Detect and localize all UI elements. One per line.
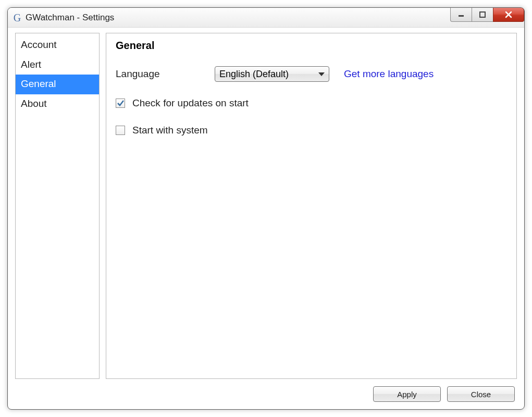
window-title: GWatchman - Settings [26, 13, 114, 23]
window-body: Account Alert General About General Lang… [8, 28, 524, 379]
window-controls [451, 8, 524, 22]
content-heading: General [116, 40, 507, 52]
check-updates-checkbox[interactable] [116, 99, 125, 108]
start-with-system-row: Start with system [116, 125, 507, 136]
check-updates-row: Check for updates on start [116, 97, 507, 109]
language-dropdown[interactable]: English (Default) [215, 66, 329, 82]
sidebar-item-account[interactable]: Account [16, 35, 99, 55]
sidebar-item-about[interactable]: About [16, 94, 99, 114]
close-icon [504, 10, 513, 19]
maximize-button[interactable] [472, 8, 493, 22]
sidebar: Account Alert General About [15, 33, 100, 379]
settings-window: G GWatchman - Settings Account Alert Gen… [7, 7, 525, 410]
maximize-icon [479, 11, 486, 18]
minimize-button[interactable] [450, 8, 472, 22]
get-more-languages-link[interactable]: Get more languages [344, 68, 434, 80]
language-value: English (Default) [219, 69, 289, 80]
apply-button[interactable]: Apply [373, 386, 441, 402]
sidebar-item-general[interactable]: General [16, 75, 99, 94]
titlebar[interactable]: G GWatchman - Settings [8, 8, 524, 28]
start-with-system-checkbox[interactable] [116, 126, 125, 135]
app-icon: G [12, 13, 22, 23]
close-button[interactable]: Close [447, 386, 515, 402]
language-label: Language [116, 68, 215, 80]
start-with-system-label: Start with system [132, 125, 208, 136]
svg-rect-0 [459, 15, 464, 17]
check-updates-label: Check for updates on start [132, 97, 249, 109]
language-row: Language English (Default) Get more lang… [116, 66, 507, 82]
svg-rect-1 [480, 12, 485, 17]
checkmark-icon [116, 99, 125, 107]
footer: Apply Close [8, 379, 524, 409]
chevron-down-icon [318, 72, 325, 76]
content-panel: General Language English (Default) Get m… [106, 33, 517, 379]
close-window-button[interactable] [493, 8, 524, 22]
sidebar-item-alert[interactable]: Alert [16, 55, 99, 75]
minimize-icon [457, 11, 465, 18]
